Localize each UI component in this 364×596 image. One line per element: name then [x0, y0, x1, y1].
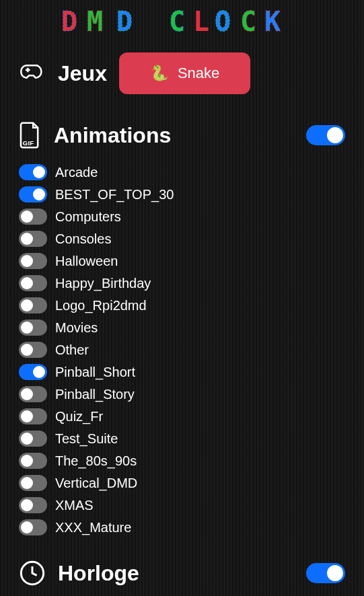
animation-label: Movies — [55, 320, 98, 336]
animation-item: Movies — [19, 320, 345, 336]
animations-list: ArcadeBEST_OF_TOP_30ComputersConsolesHal… — [19, 164, 345, 535]
animation-toggle[interactable] — [19, 364, 47, 380]
snake-icon: 🐍 — [150, 65, 168, 82]
animation-label: Test_Suite — [55, 431, 118, 447]
animation-label: Happy_Birthday — [55, 276, 151, 291]
svg-text:C: C — [240, 8, 260, 36]
svg-text:D: D — [61, 8, 81, 36]
animation-toggle[interactable] — [19, 519, 47, 535]
animation-toggle[interactable] — [19, 320, 47, 336]
animation-label: BEST_OF_TOP_30 — [55, 187, 174, 202]
clock-toggle[interactable] — [306, 563, 345, 583]
games-header: Jeux — [19, 60, 107, 87]
clock-icon — [19, 560, 46, 587]
animation-item: Arcade — [19, 164, 345, 180]
animation-label: Other — [55, 342, 89, 358]
animation-toggle[interactable] — [19, 253, 47, 269]
svg-text:C: C — [169, 8, 189, 36]
animation-item: Halloween — [19, 253, 345, 269]
gif-file-icon: GIF — [19, 121, 42, 149]
animation-label: Logo_Rpi2dmd — [55, 298, 147, 313]
svg-text:GIF: GIF — [23, 139, 34, 147]
animation-item: The_80s_90s — [19, 453, 345, 469]
clock-header: Horloge — [19, 560, 345, 587]
animation-toggle[interactable] — [19, 209, 47, 225]
svg-text:D: D — [116, 8, 137, 36]
snake-button[interactable]: 🐍 Snake — [119, 52, 250, 94]
animation-label: Consoles — [55, 231, 111, 247]
animations-title: Animations — [54, 123, 171, 148]
animation-toggle[interactable] — [19, 297, 47, 313]
snake-label: Snake — [178, 65, 219, 82]
animation-toggle[interactable] — [19, 186, 47, 202]
animation-label: XMAS — [55, 498, 94, 513]
svg-text:O: O — [215, 8, 235, 36]
animation-toggle[interactable] — [19, 386, 47, 402]
animation-toggle[interactable] — [19, 164, 47, 180]
animation-item: Pinball_Story — [19, 386, 345, 402]
animation-label: Arcade — [55, 165, 98, 180]
animation-toggle[interactable] — [19, 408, 47, 424]
animation-item: Logo_Rpi2dmd — [19, 297, 345, 313]
animation-label: Computers — [55, 209, 121, 225]
animation-item: XMAS — [19, 497, 345, 513]
animation-toggle[interactable] — [19, 342, 47, 358]
svg-text:L: L — [193, 8, 213, 36]
animation-label: XXX_Mature — [55, 520, 131, 535]
svg-text:M: M — [87, 8, 107, 36]
clock-title: Horloge — [58, 561, 139, 586]
animation-toggle[interactable] — [19, 275, 47, 291]
animations-header: GIF Animations — [19, 121, 345, 149]
gamepad-icon — [19, 60, 46, 87]
animation-toggle[interactable] — [19, 231, 47, 247]
animation-label: Quiz_Fr — [55, 409, 103, 424]
animation-toggle[interactable] — [19, 475, 47, 491]
animation-item: XXX_Mature — [19, 519, 345, 535]
animation-label: Vertical_DMD — [55, 476, 137, 491]
animation-label: Pinball_Story — [55, 387, 135, 402]
animations-master-toggle[interactable] — [306, 125, 345, 145]
games-section: Jeux 🐍 Snake — [19, 52, 345, 94]
animation-item: BEST_OF_TOP_30 — [19, 186, 345, 202]
animation-item: Quiz_Fr — [19, 408, 345, 424]
animation-item: Consoles — [19, 231, 345, 247]
svg-text:K: K — [264, 8, 285, 36]
animation-toggle[interactable] — [19, 431, 47, 447]
animation-label: Halloween — [55, 254, 118, 269]
logo: D D M M D D C C L O O C C K K — [19, 5, 345, 39]
games-title: Jeux — [58, 61, 107, 86]
animation-toggle[interactable] — [19, 453, 47, 469]
animation-item: Vertical_DMD — [19, 475, 345, 491]
animation-item: Computers — [19, 209, 345, 225]
dmd-clock-logo: D D M M D D C C L O O C C K K — [61, 8, 303, 36]
animation-label: Pinball_Short — [55, 365, 135, 380]
animation-label: The_80s_90s — [55, 453, 137, 469]
animation-item: Pinball_Short — [19, 364, 345, 380]
animation-item: Happy_Birthday — [19, 275, 345, 291]
animation-toggle[interactable] — [19, 497, 47, 513]
animation-item: Other — [19, 342, 345, 358]
animation-item: Test_Suite — [19, 431, 345, 447]
